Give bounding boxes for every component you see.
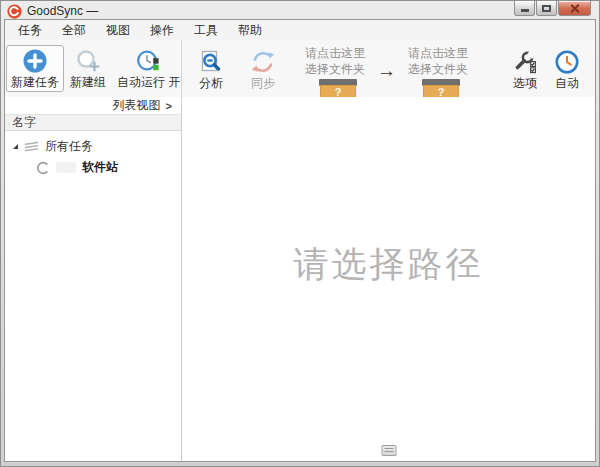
circular-arrows-icon <box>250 49 276 75</box>
left-folder-picker[interactable]: 请点击这里 选择文件夹 ? <box>305 44 365 100</box>
close-button[interactable] <box>558 1 591 16</box>
stacked-waves-icon <box>24 141 39 152</box>
task-tree: 所有任务 软件站 <box>5 131 181 178</box>
right-picker-line2: 选择文件夹 <box>408 62 468 78</box>
auto-run-toggle[interactable]: 自动运行 开 <box>112 45 185 92</box>
select-path-placeholder: 请选择路径 <box>294 241 484 288</box>
client-area: 任务 全部 视图 操作 工具 帮助 新建任务 <box>4 19 596 462</box>
direction-arrow-icon: → <box>377 60 396 82</box>
tree-item-label: 所有任务 <box>45 138 93 155</box>
expand-triangle-icon[interactable] <box>13 144 18 149</box>
menu-item-tools[interactable]: 工具 <box>184 20 228 41</box>
options-label: 选项 <box>513 76 537 90</box>
goodsync-window: GoodSync — 任务 全部 视图 操作 工具 帮助 <box>0 0 600 467</box>
tree-item-job[interactable]: 软件站 <box>5 157 181 178</box>
menu-item-action[interactable]: 操作 <box>140 20 184 41</box>
auto-run-label: 自动运行 开 <box>117 75 180 89</box>
auto-label: 自动 <box>555 76 579 90</box>
titlebar[interactable]: GoodSync — <box>4 1 596 19</box>
new-group-label: 新建组 <box>70 75 106 89</box>
window-controls <box>514 1 591 16</box>
toolbar-right-section: 分析 同步 请点击这里 选择文件夹 <box>182 40 595 97</box>
sync-label: 同步 <box>251 76 275 90</box>
sidebar: 列表视图 > 名字 所有任务 <box>5 97 182 461</box>
menu-item-task[interactable]: 任务 <box>8 20 52 41</box>
maximize-icon <box>542 5 551 12</box>
minimize-icon <box>521 9 529 12</box>
content-area: 列表视图 > 名字 所有任务 <box>5 97 595 461</box>
new-group-button[interactable]: 新建组 <box>65 45 111 92</box>
tree-item-label: 软件站 <box>82 159 118 176</box>
menu-item-all[interactable]: 全部 <box>52 20 96 41</box>
menu-item-view[interactable]: 视图 <box>96 20 140 41</box>
minimize-button[interactable] <box>514 1 535 16</box>
name-column-header[interactable]: 名字 <box>5 114 181 131</box>
auto-button[interactable]: 自动 <box>549 46 585 93</box>
clock-ring-icon <box>554 49 580 75</box>
tree-item-all-tasks[interactable]: 所有任务 <box>5 136 181 157</box>
menu-item-help[interactable]: 帮助 <box>228 20 272 41</box>
maximize-button[interactable] <box>536 1 557 16</box>
new-task-button[interactable]: 新建任务 <box>6 45 64 92</box>
open-circle-icon <box>36 161 50 175</box>
magnifier-document-icon <box>198 49 224 75</box>
analyze-button[interactable]: 分析 <box>193 46 229 93</box>
auto-run-clock-icon <box>136 48 162 74</box>
left-picker-line1: 请点击这里 <box>305 46 365 62</box>
left-picker-line2: 选择文件夹 <box>305 62 365 78</box>
chevron-right-icon: > <box>166 100 172 112</box>
right-folder-picker[interactable]: 请点击这里 选择文件夹 ? <box>408 44 468 100</box>
new-task-label: 新建任务 <box>11 75 59 89</box>
resize-grip-icon[interactable] <box>381 445 396 456</box>
close-icon <box>570 4 579 13</box>
sync-button[interactable]: 同步 <box>245 46 281 93</box>
menubar: 任务 全部 视图 操作 工具 帮助 <box>5 20 595 40</box>
plus-circle-icon <box>22 48 48 74</box>
view-switcher[interactable]: 列表视图 > <box>5 97 181 114</box>
window-title: GoodSync — <box>27 4 98 18</box>
goodsync-logo-icon <box>7 4 22 19</box>
right-picker-line1: 请点击这里 <box>408 46 468 62</box>
toolbar: 新建任务 新建组 <box>5 40 595 97</box>
redacted-area <box>56 162 76 173</box>
toolbar-left-section: 新建任务 新建组 <box>5 40 182 97</box>
analyze-label: 分析 <box>199 76 223 90</box>
circle-plus-small-icon <box>75 48 101 74</box>
view-switcher-label: 列表视图 <box>113 97 161 114</box>
wrench-icon <box>512 49 538 75</box>
options-button[interactable]: 选项 <box>507 46 543 93</box>
main-panel: 请选择路径 <box>182 97 595 461</box>
